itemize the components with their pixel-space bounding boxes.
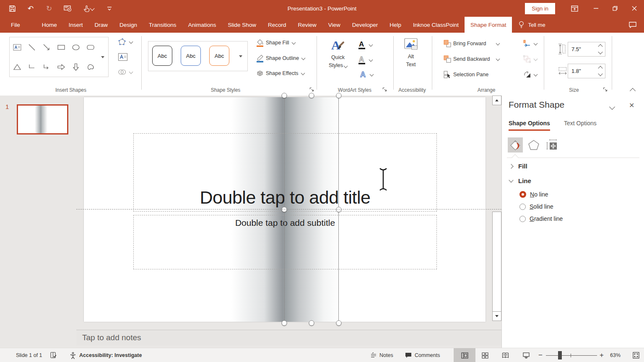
scroll-up-button[interactable]: [492, 96, 501, 105]
merge-shapes-button[interactable]: [117, 68, 132, 76]
zoom-out-button[interactable]: −: [538, 348, 543, 362]
fill-section-header[interactable]: Fill: [509, 163, 527, 170]
scroll-down-button[interactable]: [492, 311, 501, 321]
elbow-connector-shape-icon[interactable]: [24, 57, 39, 77]
close-button[interactable]: [625, 0, 644, 17]
slide-show-view-button[interactable]: [520, 348, 532, 362]
tab-transitions[interactable]: Transitions: [143, 17, 182, 33]
tab-review[interactable]: Review: [292, 17, 322, 33]
radio-no-line[interactable]: No line: [519, 191, 548, 198]
elbow-arrow-connector-shape-icon[interactable]: [39, 57, 54, 77]
reading-view-button[interactable]: [499, 348, 512, 362]
tell-me-button[interactable]: Tell me: [513, 17, 551, 33]
zoom-level[interactable]: 63%: [610, 348, 621, 362]
minimize-button[interactable]: [586, 0, 605, 17]
text-effects-button[interactable]: A: [359, 70, 373, 79]
rectangle-shape-icon[interactable]: [54, 37, 68, 57]
tab-view[interactable]: View: [322, 17, 346, 33]
undo-icon[interactable]: ↶: [26, 4, 35, 13]
align-objects-button[interactable]: [523, 39, 537, 48]
shape-styles-dialog-launcher-icon[interactable]: [309, 87, 315, 93]
tab-inknoe-classpoint[interactable]: Inknoe ClassPoint: [407, 17, 465, 33]
zoom-slider-thumb[interactable]: [558, 351, 562, 359]
oval-shape-icon[interactable]: [68, 37, 83, 57]
right-arrow-shape-icon[interactable]: [54, 57, 68, 77]
tab-shape-options[interactable]: Shape Options: [509, 120, 550, 131]
pane-close-icon[interactable]: ✕: [629, 101, 634, 109]
shape-effects-button[interactable]: Shape Effects: [256, 69, 304, 78]
selection-pane-button[interactable]: Selection Pane: [443, 70, 488, 79]
radio-solid-line[interactable]: Solid line: [519, 203, 553, 210]
customize-qat-icon[interactable]: [105, 4, 114, 13]
redo-icon[interactable]: ↻: [44, 4, 54, 13]
spin-down-icon[interactable]: [598, 49, 602, 54]
slide-sorter-view-button[interactable]: [479, 348, 491, 362]
quick-styles-button[interactable]: A Quick Styles: [326, 37, 350, 70]
resize-handle-top-center[interactable]: [309, 93, 314, 98]
restore-button[interactable]: [605, 0, 625, 17]
tab-insert[interactable]: Insert: [63, 17, 89, 33]
alt-text-button[interactable]: Alt Text: [398, 38, 423, 69]
tab-slide-show[interactable]: Slide Show: [222, 17, 262, 33]
rounded-rectangle-shape-icon[interactable]: [83, 37, 98, 57]
shape-style-preview-2[interactable]: Abc: [181, 46, 201, 66]
spin-down-icon[interactable]: [598, 71, 602, 76]
size-dialog-launcher-icon[interactable]: [603, 87, 609, 93]
tab-shape-format[interactable]: Shape Format: [465, 17, 512, 33]
comments-toggle[interactable]: Comments: [405, 348, 440, 362]
tab-developer[interactable]: Developer: [346, 17, 384, 33]
spin-up-icon[interactable]: [598, 44, 602, 49]
tab-text-options[interactable]: Text Options: [564, 120, 597, 127]
resize-handle-bottom-right[interactable]: [336, 321, 342, 326]
bring-forward-button[interactable]: Bring Forward: [443, 39, 499, 48]
collapse-ribbon-icon[interactable]: [630, 88, 636, 94]
notes-toggle[interactable]: Notes: [371, 348, 393, 362]
group-objects-button[interactable]: [523, 55, 537, 63]
send-backward-button[interactable]: Send Backward: [443, 55, 499, 63]
spell-check-icon[interactable]: [50, 348, 57, 362]
shape-height-input[interactable]: [568, 46, 597, 53]
draw-text-box-button[interactable]: [118, 52, 128, 62]
shape-style-preview-3[interactable]: Abc: [209, 46, 229, 66]
size-and-properties-icon[interactable]: [545, 137, 560, 153]
effects-icon[interactable]: [526, 137, 541, 153]
shape-outline-button[interactable]: Shape Outline: [256, 54, 305, 63]
text-fill-button[interactable]: A: [357, 40, 372, 50]
zoom-in-button[interactable]: +: [600, 348, 604, 362]
radio-gradient-line[interactable]: Gradient line: [519, 215, 563, 222]
tab-file[interactable]: File: [3, 17, 29, 33]
fit-slide-to-window-button[interactable]: [629, 348, 643, 362]
tab-animations[interactable]: Animations: [182, 17, 222, 33]
slide-thumbnail[interactable]: [17, 104, 68, 134]
tab-help[interactable]: Help: [384, 17, 407, 33]
freeform-shape-icon[interactable]: [83, 57, 98, 77]
normal-view-button[interactable]: [454, 348, 475, 362]
tab-record[interactable]: Record: [262, 17, 292, 33]
shape-width-input[interactable]: [568, 67, 597, 75]
triangle-shape-icon[interactable]: [10, 57, 24, 77]
resize-handle-bottom-left[interactable]: [282, 321, 287, 326]
ribbon-display-options-icon[interactable]: [566, 0, 583, 17]
scrollbar-thumb[interactable]: [492, 212, 501, 312]
shape-style-preview-1[interactable]: Abc: [152, 46, 172, 66]
spin-up-icon[interactable]: [598, 66, 602, 70]
pane-collapse-icon[interactable]: [609, 104, 615, 110]
shape-styles-more-button[interactable]: [234, 41, 248, 71]
line-section-header[interactable]: Line: [509, 177, 531, 184]
sign-in-button[interactable]: Sign in: [525, 3, 555, 14]
touch-mouse-mode-icon[interactable]: [81, 4, 96, 13]
edit-shape-button[interactable]: [117, 38, 132, 46]
rotate-objects-button[interactable]: [523, 70, 537, 79]
line-arrow-shape-icon[interactable]: [39, 37, 54, 57]
tab-design[interactable]: Design: [114, 17, 143, 33]
text-box-shape-icon[interactable]: [10, 37, 24, 57]
accessibility-status[interactable]: Accessibility: Investigate: [70, 348, 142, 362]
zoom-slider-track[interactable]: [546, 355, 597, 356]
resize-handle-top-right[interactable]: [336, 93, 342, 98]
save-icon[interactable]: [8, 4, 17, 13]
feedback-icon[interactable]: [626, 17, 640, 33]
start-slideshow-icon[interactable]: [63, 4, 72, 13]
line-shape-icon[interactable]: [24, 37, 39, 57]
fill-and-line-icon[interactable]: [508, 137, 523, 153]
wordart-dialog-launcher-icon[interactable]: [382, 87, 388, 93]
